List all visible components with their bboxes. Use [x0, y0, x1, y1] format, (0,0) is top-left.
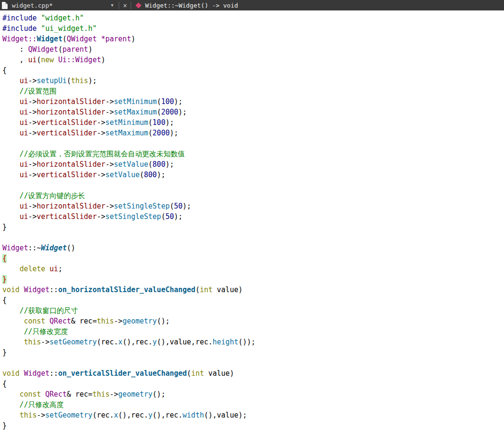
code-token-pl: ); — [165, 118, 174, 127]
code-token-pl: ( — [140, 171, 144, 179]
code-line[interactable] — [2, 138, 504, 149]
code-line[interactable]: #include "ui_widget.h" — [2, 23, 504, 34]
code-line[interactable]: ui->horizontalSlider->setSingleStep(50); — [2, 201, 504, 211]
code-token-field: ui — [19, 202, 28, 210]
code-token-type: QRect — [49, 317, 71, 325]
code-token-kw: const — [19, 390, 41, 399]
code-token-pl: -> — [110, 390, 118, 399]
code-line[interactable]: ui->verticalSlider->setSingleStep(50); — [2, 211, 504, 222]
code-token-type: Widget — [24, 369, 49, 378]
current-symbol-label[interactable]: Widget::~Widget() -> void — [145, 2, 238, 9]
code-line[interactable]: ui->verticalSlider->setValue(800); — [2, 170, 504, 180]
code-line[interactable]: ui->horizontalSlider->setMinimum(100); — [2, 96, 504, 107]
code-line[interactable] — [2, 232, 504, 243]
code-line[interactable]: void Widget::on_verticalSlider_valueChan… — [2, 368, 504, 379]
code-token-kw: this — [71, 76, 88, 85]
code-token-cmt: //设置方向键的步长 — [2, 191, 85, 200]
code-token-pl — [2, 202, 19, 210]
code-line[interactable]: { — [2, 379, 504, 389]
code-token-pl: -> — [28, 129, 37, 137]
code-line[interactable]: ui->horizontalSlider->setMaximum(2000); — [2, 107, 504, 117]
code-token-pl: ( — [161, 212, 165, 221]
code-token-pl: ( — [148, 129, 152, 137]
code-line[interactable]: } — [2, 347, 504, 358]
code-token-pl — [37, 24, 41, 33]
open-file-name[interactable]: widget.cpp* — [12, 2, 110, 9]
code-token-pl: -> — [28, 212, 37, 221]
code-token-pl: -> — [28, 202, 37, 210]
code-line[interactable]: { — [2, 295, 504, 305]
code-token-type: Widget — [24, 285, 49, 294]
code-token-pl: :: — [49, 369, 58, 378]
code-token-pl: ( — [170, 202, 174, 210]
code-token-pl: -> — [97, 118, 105, 127]
code-line[interactable]: ui->setupUi(this); — [2, 76, 504, 86]
code-line[interactable]: void Widget::on_horizontalSlider_valueCh… — [2, 285, 504, 295]
code-line[interactable] — [2, 358, 504, 368]
code-token-pl — [2, 338, 24, 346]
code-token-pl: ) — [101, 56, 105, 64]
code-token-type: Ui::Widget — [58, 56, 101, 64]
code-token-cmt: //获取窗口的尺寸 — [2, 306, 78, 315]
code-line[interactable]: #include "widget.h" — [2, 13, 504, 23]
code-line[interactable]: const QRect& rec=this->geometry(); — [2, 316, 504, 326]
code-token-pl: ); — [170, 129, 178, 137]
code-token-field: ui — [19, 76, 28, 85]
code-token-pl: -> — [28, 97, 37, 106]
code-token-pl: -> — [28, 76, 37, 85]
code-line[interactable]: const QRect& rec=this->geometry(); — [2, 389, 504, 399]
code-line[interactable]: //设置范围 — [2, 86, 504, 96]
code-token-fndecl: on_horizontalSlider_valueChanged — [58, 285, 195, 294]
code-token-field: ui — [19, 160, 28, 169]
code-line[interactable] — [2, 180, 504, 190]
code-line[interactable]: this->setGeometry(rec.x(),rec.y(),value,… — [2, 337, 504, 347]
code-token-pl: -> — [28, 118, 37, 127]
file-icon — [2, 2, 8, 9]
code-token-pl: -> — [105, 202, 114, 210]
code-editor[interactable]: #include "widget.h"#include "ui_widget.h… — [0, 10, 504, 431]
code-line[interactable]: this->setGeometry(rec.x(),rec.y(),rec.wi… — [2, 410, 504, 420]
code-line[interactable]: } — [2, 274, 504, 285]
code-line[interactable]: //设置方向键的步长 — [2, 190, 504, 201]
code-token-pl: & rec= — [67, 390, 92, 399]
code-token-type: QWidget — [28, 45, 58, 54]
code-line[interactable]: Widget::~Widget() — [2, 243, 504, 253]
code-line[interactable]: { — [2, 253, 504, 264]
code-token-pl: ::~ — [28, 244, 41, 252]
code-line[interactable]: //获取窗口的尺寸 — [2, 305, 504, 316]
code-token-fn: setGeometry — [49, 338, 96, 346]
code-token-kw: this — [97, 317, 114, 325]
code-line[interactable]: } — [2, 222, 504, 232]
code-line[interactable]: ui->verticalSlider->setMaximum(2000); — [2, 128, 504, 138]
code-line[interactable]: Widget::Widget(QWidget *parent) — [2, 34, 504, 44]
code-token-kw: int — [200, 285, 212, 294]
code-line[interactable]: { — [2, 65, 504, 76]
code-token-pl: (),rec. — [123, 338, 152, 346]
chevron-down-icon[interactable]: ▼ — [111, 3, 114, 8]
code-token-pl — [19, 369, 24, 378]
close-icon[interactable]: ✕ — [122, 0, 128, 10]
code-token-fn: setMaximum — [105, 129, 148, 137]
code-token-num: 2000 — [161, 108, 178, 116]
code-token-virt: Widget — [41, 244, 67, 252]
code-token-pl: ( — [157, 108, 161, 116]
code-token-pl — [2, 118, 19, 127]
code-line[interactable]: delete ui; — [2, 264, 504, 274]
document-tab[interactable]: widget.cpp* ▼ — [0, 0, 116, 10]
code-token-pl: -> — [28, 171, 37, 179]
code-line[interactable]: //必须设置，否则设置完范围就会自动更改未知数值 — [2, 149, 504, 159]
code-line[interactable]: : QWidget(parent) — [2, 44, 504, 55]
code-line[interactable]: ui->horizontalSlider->setValue(800); — [2, 159, 504, 170]
code-token-pl: (rec. — [97, 338, 118, 346]
code-token-pl — [2, 160, 19, 169]
code-line[interactable]: ui->verticalSlider->setMinimum(100); — [2, 117, 504, 128]
code-line[interactable]: //只修改宽度 — [2, 326, 504, 337]
code-token-pl: , — [2, 56, 28, 64]
code-token-field: horizontalSlider — [37, 108, 105, 116]
code-token-pl: (),value,rec. — [157, 338, 212, 346]
code-token-pl: ); — [182, 202, 191, 210]
code-token-pl: ( — [157, 97, 161, 106]
code-line[interactable]: , ui(new Ui::Widget) — [2, 55, 504, 65]
code-line[interactable]: //只修改高度 — [2, 399, 504, 410]
code-line[interactable]: } — [2, 420, 504, 431]
